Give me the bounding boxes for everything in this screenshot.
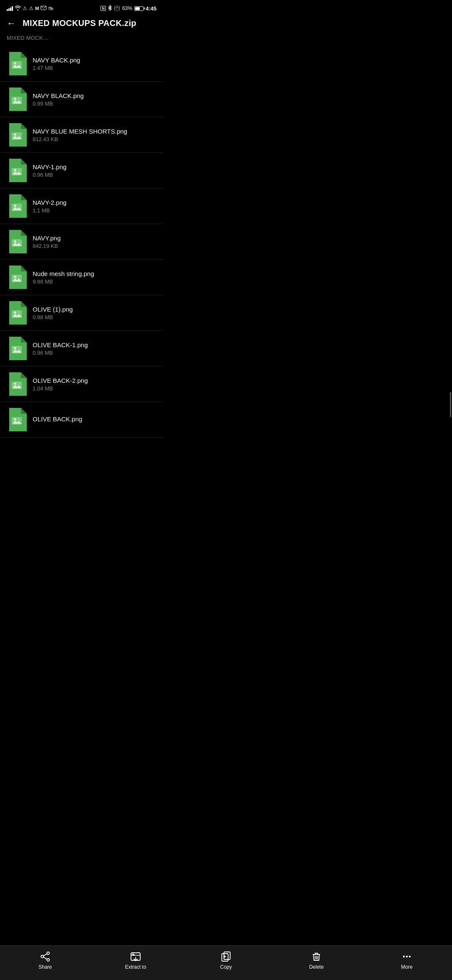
list-item[interactable]: NAVY.png842.19 KB <box>0 224 163 260</box>
page-title: MIXED MOCKUPS PACK.zip <box>23 18 136 28</box>
file-info: NAVY BLACK.png0.99 MB <box>33 92 157 107</box>
email-icon <box>41 6 46 11</box>
file-icon <box>7 123 27 147</box>
file-size: 1.04 MB <box>33 385 157 392</box>
status-left: ⚠ ⚠ M 🛍 <box>7 5 53 11</box>
svg-point-12 <box>14 240 16 242</box>
file-name: NAVY BLACK.png <box>33 92 157 99</box>
list-item[interactable]: OLIVE BACK-2.png1.04 MB <box>0 366 163 402</box>
file-info: NAVY BLUE MESH SHORTS.png812.43 KB <box>33 128 157 142</box>
wifi-icon <box>15 5 21 11</box>
file-info: OLIVE BACK.png <box>33 415 157 424</box>
file-icon <box>7 266 27 289</box>
bluetooth-icon <box>108 5 112 12</box>
battery-icon <box>134 6 144 11</box>
file-info: NAVY.png842.19 KB <box>33 235 157 249</box>
file-size: 0.96 MB <box>33 172 157 178</box>
file-name: NAVY BLUE MESH SHORTS.png <box>33 128 157 135</box>
file-name: OLIVE (1).png <box>33 306 157 313</box>
file-name: OLIVE BACK.png <box>33 415 157 423</box>
svg-point-8 <box>14 169 16 171</box>
file-name: OLIVE BACK-2.png <box>33 377 157 384</box>
signal-icon <box>7 6 13 11</box>
file-icon <box>7 52 27 75</box>
file-info: Nude mesh string.png9.88 MB <box>33 270 157 285</box>
file-list: NAVY BACK.png1.47 MB NAVY BLACK.png0.99 … <box>0 46 163 471</box>
list-item[interactable]: NAVY BACK.png1.47 MB <box>0 46 163 82</box>
file-info: OLIVE BACK-2.png1.04 MB <box>33 377 157 392</box>
warning2-icon: ⚠ <box>29 5 33 11</box>
svg-point-18 <box>14 347 16 349</box>
list-item[interactable]: OLIVE (1).png0.98 MB <box>0 295 163 331</box>
gmail-icon: M <box>35 6 39 11</box>
list-item[interactable]: OLIVE BACK.png <box>0 402 163 438</box>
svg-point-10 <box>14 205 16 207</box>
file-icon <box>7 88 27 111</box>
file-size: 9.88 MB <box>33 279 157 285</box>
svg-point-22 <box>14 418 16 420</box>
shopping-icon: 🛍 <box>48 5 53 11</box>
file-icon <box>7 194 27 218</box>
file-icon <box>7 337 27 360</box>
file-size: 1.47 MB <box>33 65 157 71</box>
svg-point-4 <box>14 98 16 100</box>
list-item[interactable]: NAVY BLACK.png0.99 MB <box>0 82 163 117</box>
file-size: 0.99 MB <box>33 101 157 107</box>
file-size: 0.98 MB <box>33 314 157 320</box>
status-bar: ⚠ ⚠ M 🛍 N 📳 63% 4:45 <box>0 0 163 15</box>
file-name: NAVY-2.png <box>33 199 157 206</box>
file-name: Nude mesh string.png <box>33 270 157 277</box>
svg-point-16 <box>14 312 16 314</box>
vibrate-icon: 📳 <box>114 5 120 11</box>
svg-point-6 <box>14 134 16 136</box>
battery-percent: 63% <box>122 5 132 11</box>
file-name: NAVY.png <box>33 235 157 242</box>
file-info: OLIVE BACK-1.png0.96 MB <box>33 341 157 356</box>
file-name: NAVY-1.png <box>33 163 157 170</box>
file-icon <box>7 301 27 325</box>
file-size: 812.43 KB <box>33 136 157 142</box>
header: ← MIXED MOCKUPS PACK.zip <box>0 15 163 35</box>
file-icon <box>7 408 27 431</box>
list-item[interactable]: Nude mesh string.png9.88 MB <box>0 260 163 295</box>
svg-point-14 <box>14 276 16 278</box>
file-icon <box>7 372 27 396</box>
file-icon <box>7 230 27 253</box>
folder-path: MIXED MOCK... <box>0 35 163 46</box>
file-size: 1.1 MB <box>33 207 157 214</box>
list-item[interactable]: NAVY-2.png1.1 MB <box>0 188 163 224</box>
status-right: N 📳 63% 4:45 <box>100 5 157 12</box>
svg-point-2 <box>14 62 16 64</box>
file-size: 842.19 KB <box>33 243 157 249</box>
warning1-icon: ⚠ <box>23 5 27 11</box>
file-name: OLIVE BACK-1.png <box>33 341 157 348</box>
file-name: NAVY BACK.png <box>33 57 157 64</box>
list-item[interactable]: NAVY BLUE MESH SHORTS.png812.43 KB <box>0 117 163 153</box>
list-item[interactable]: OLIVE BACK-1.png0.96 MB <box>0 331 163 366</box>
back-button[interactable]: ← <box>7 19 16 28</box>
file-info: NAVY BACK.png1.47 MB <box>33 57 157 71</box>
list-item[interactable]: NAVY-1.png0.96 MB <box>0 153 163 188</box>
file-info: NAVY-2.png1.1 MB <box>33 199 157 214</box>
file-info: OLIVE (1).png0.98 MB <box>33 306 157 320</box>
nfc-icon: N <box>100 6 106 11</box>
svg-point-20 <box>14 383 16 385</box>
time: 4:45 <box>146 5 157 12</box>
file-size: 0.96 MB <box>33 350 157 356</box>
file-icon <box>7 159 27 182</box>
file-info: NAVY-1.png0.96 MB <box>33 163 157 178</box>
